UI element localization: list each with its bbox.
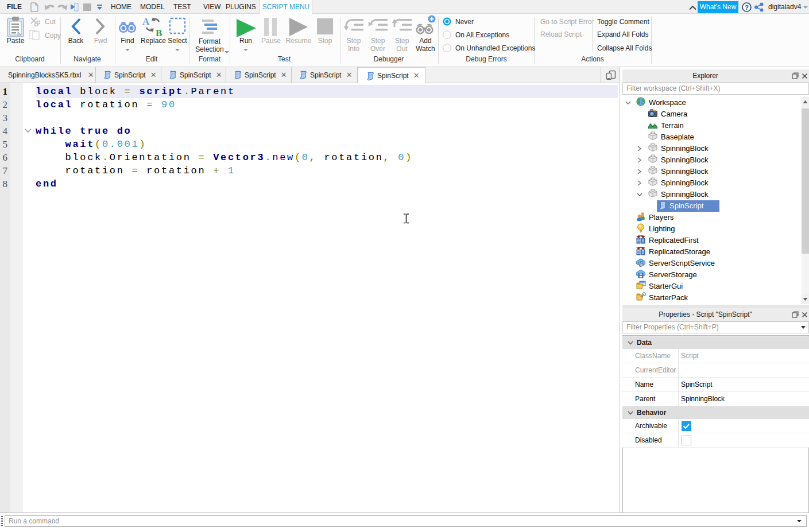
svg-text:?: ?: [745, 4, 749, 11]
svg-text:A: A: [142, 17, 150, 27]
svg-text:B: B: [156, 28, 162, 37]
